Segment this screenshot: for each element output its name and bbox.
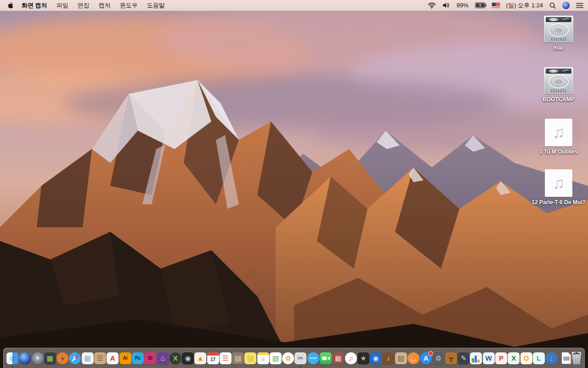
dock-item-stickies[interactable]: ▤ <box>244 352 256 364</box>
dock-item-toast-titanium[interactable]: ♨ <box>157 352 169 364</box>
battery-icon[interactable] <box>475 2 486 8</box>
hard-drive-icon <box>544 16 573 42</box>
desktop-icon-label: BOOTCAMP <box>543 96 575 104</box>
volume-icon[interactable] <box>442 2 450 8</box>
dock-item-photo-booth[interactable]: ▦ <box>332 352 344 364</box>
dock-item-garageband[interactable]: ♪ <box>382 352 394 364</box>
dock-divider <box>559 351 560 366</box>
menu-app-name[interactable]: 화면 캡처 <box>17 0 52 11</box>
dock-item-video-converter[interactable]: X <box>170 352 181 364</box>
charging-bolt-icon <box>479 3 482 7</box>
menu-bar: 화면 캡처 파일 편집 캡처 윈도우 도움말 99% (일) 오후 1:24 <box>0 0 588 11</box>
battery-percent: 99% <box>457 2 469 9</box>
dock-item-web-document[interactable]: ▧ <box>270 352 282 364</box>
apple-menu[interactable] <box>5 2 17 9</box>
desktop-icon-label: mac <box>553 45 564 52</box>
input-source-flag[interactable] <box>492 3 500 8</box>
dock-item-lync[interactable]: L <box>533 352 545 364</box>
dock-item-stuffit-expander[interactable]: ▤ <box>232 352 244 364</box>
dock-item-photoshop[interactable]: Ps <box>132 352 144 364</box>
desktop-icon-audio-file-2[interactable]: ♫ 12 Parle-T-Il De Moi? <box>531 169 587 207</box>
dock-item-mission-control[interactable]: ▦ <box>44 352 56 364</box>
menu-help[interactable]: 도움말 <box>142 0 170 11</box>
desktop-icon-audio-file-1[interactable]: ♫ 1 Tu M'Oublies <box>531 119 587 156</box>
dock-item-vlc[interactable]: ▲ <box>194 352 206 364</box>
dock-item-ibooks[interactable]: ◡ <box>407 352 419 364</box>
dock-item-launchpad[interactable]: ✈ <box>32 352 44 364</box>
running-indicator <box>12 366 13 368</box>
dock-item-app-store[interactable]: A <box>420 352 432 364</box>
dock-item-download-manager[interactable]: ↓ <box>545 352 557 364</box>
dock-item-messages[interactable]: ⋯ <box>307 352 319 364</box>
dock-item-facetime[interactable] <box>320 352 332 364</box>
dock-item-drive-utility[interactable]: ◉ <box>182 352 194 364</box>
hard-drive-icon <box>544 67 573 94</box>
dock-item-grab[interactable]: ✂ <box>294 352 306 364</box>
menu-window[interactable]: 윈도우 <box>115 0 142 11</box>
dock-item-outlook[interactable]: O <box>520 352 532 364</box>
wifi-icon[interactable] <box>428 2 436 9</box>
dock-item-acrobat-reader[interactable]: A <box>107 352 119 364</box>
spotlight-icon[interactable] <box>549 2 556 9</box>
desktop-icon-mac-drive[interactable]: mac <box>531 16 587 52</box>
dock-item-dvd-player-app[interactable]: ◉ <box>370 352 382 364</box>
dock-item-reminders[interactable]: ☰ <box>220 352 232 364</box>
dock-item-word[interactable]: W <box>483 352 495 364</box>
dock-item-itunes[interactable]: ♫ <box>345 352 357 364</box>
dock-item-excel[interactable]: X <box>508 352 520 364</box>
desktop-icon-label: 12 Parle-T-Il De Moi? <box>531 199 585 207</box>
dock-item-indesign[interactable]: ID <box>144 352 156 364</box>
dock-item-pages[interactable]: ✎ <box>458 352 469 364</box>
dock-item-publishing-app[interactable]: ▤ <box>395 352 407 364</box>
apple-icon <box>7 2 13 9</box>
dock-item-calendar[interactable]: 17 <box>207 352 219 364</box>
menu-edit[interactable]: 편집 <box>73 0 94 11</box>
notification-center-icon[interactable] <box>576 3 583 8</box>
music-file-icon: ♫ <box>545 169 572 197</box>
dock-item-preview[interactable]: ▦ <box>82 352 94 364</box>
menu-file[interactable]: 파일 <box>52 0 73 11</box>
siri-icon[interactable] <box>562 2 570 9</box>
dock-item-finder[interactable]: ☺ <box>6 352 18 364</box>
dock-item-jpeg-file[interactable] <box>562 352 571 364</box>
menu-bar-clock[interactable]: (일) 오후 1:24 <box>506 1 543 10</box>
dock-item-safari[interactable] <box>69 352 81 364</box>
dock-item-powerpoint[interactable]: P <box>495 352 507 364</box>
desktop-wallpaper <box>0 11 588 368</box>
desktop-icon-bootcamp-drive[interactable]: BOOTCAMP <box>531 67 587 104</box>
desktop-icon-label: 1 Tu M'Oublies <box>539 149 578 156</box>
dock-item-system-preferences[interactable]: ⚙ <box>433 352 445 364</box>
dock-item-imovie[interactable]: ★ <box>357 352 369 364</box>
dock-item-notes[interactable]: ≡ <box>257 352 269 364</box>
dock-item-siri[interactable] <box>19 352 31 364</box>
dock-item-keynote[interactable]: ┳ <box>445 352 457 364</box>
dock-item-trash[interactable] <box>571 352 582 364</box>
dock-item-firefox[interactable]: ● <box>57 352 68 364</box>
running-indicator <box>300 366 301 368</box>
dock-item-contacts[interactable]: ☰ <box>94 352 106 364</box>
dock-item-illustrator[interactable]: Ai <box>119 352 131 364</box>
dock: ☺✈▦●▦☰AAiPsID♨X◉▲17☰▤▤≡▧✿✂⋯▦♫★◉♪▤◡A⚙┳✎WP… <box>3 348 585 368</box>
music-file-icon: ♫ <box>545 119 572 146</box>
menu-capture[interactable]: 캡처 <box>94 0 115 11</box>
dock-item-numbers[interactable] <box>470 352 482 364</box>
dock-item-photos[interactable]: ✿ <box>282 352 294 364</box>
